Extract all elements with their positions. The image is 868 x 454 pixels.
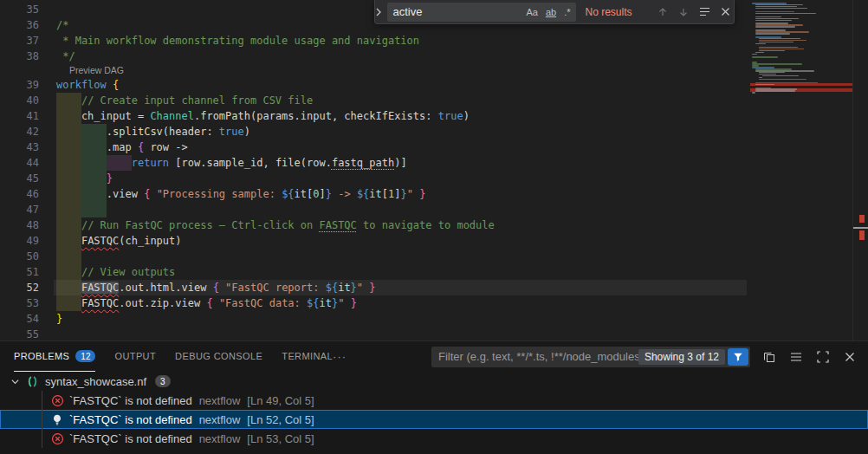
problems-total-badge: 12 bbox=[75, 350, 95, 362]
line-number: 37 bbox=[0, 33, 39, 49]
toggle-replace-chevron-icon[interactable] bbox=[375, 8, 387, 16]
line-number: 49 bbox=[0, 233, 39, 249]
code-line: 46 .view { "Processing sample: ${it[0]} … bbox=[0, 186, 868, 202]
problems-file-row[interactable]: syntax_showcase.nf 3 bbox=[0, 372, 868, 391]
minimap-line bbox=[759, 49, 804, 50]
error-icon bbox=[50, 393, 64, 407]
next-match-arrow-down-icon[interactable] bbox=[675, 3, 692, 22]
code-text: FASTQC(ch_input) bbox=[56, 233, 182, 249]
find-in-selection-icon[interactable] bbox=[696, 3, 713, 22]
vscode-window: 3536/*37 * Main workflow demonstrating m… bbox=[0, 0, 868, 454]
line-number: 44 bbox=[0, 155, 39, 171]
tab-problems[interactable]: PROBLEMS12 bbox=[14, 341, 95, 372]
code-text: ch_input = Channel.fromPath(params.input… bbox=[56, 108, 470, 124]
find-results-status: No results bbox=[585, 6, 651, 18]
whole-word-icon[interactable]: ab bbox=[543, 6, 559, 18]
chevron-down-icon[interactable] bbox=[10, 377, 26, 386]
minimap-line bbox=[755, 90, 795, 92]
problem-row[interactable]: `FASTQC` is not definednextflow[Ln 49, C… bbox=[0, 391, 868, 410]
line-number: 54 bbox=[0, 311, 39, 327]
code-line: 49 FASTQC(ch_input) bbox=[0, 233, 868, 249]
code-text: .splitCsv(header: true) bbox=[56, 124, 250, 139]
indent-guide-block bbox=[56, 202, 81, 217]
match-case-icon[interactable]: Aa bbox=[523, 6, 540, 18]
line-number: 55 bbox=[0, 327, 39, 340]
problem-source: nextflow bbox=[199, 413, 241, 426]
code-text: // Run FastQC process – Ctrl-click on FA… bbox=[56, 217, 495, 233]
minimap-line bbox=[755, 20, 792, 22]
view-as-list-icon[interactable] bbox=[788, 349, 804, 365]
minimap-line bbox=[755, 18, 799, 20]
problems-count-badge: 3 bbox=[155, 375, 171, 387]
tab-terminal[interactable]: TERMINAL bbox=[282, 341, 333, 372]
maximize-panel-icon[interactable] bbox=[815, 349, 831, 365]
code-line: 41 ch_input = Channel.fromPath(params.in… bbox=[0, 108, 868, 124]
more-actions-icon[interactable]: ··· bbox=[333, 350, 347, 363]
tab-output[interactable]: OUTPUT bbox=[114, 341, 156, 372]
cursor-position-marker bbox=[853, 227, 868, 229]
line-number: 52 bbox=[0, 280, 39, 295]
minimap-line bbox=[755, 84, 774, 86]
problem-message: `FASTQC` is not defined bbox=[69, 413, 192, 426]
line-number: 50 bbox=[0, 249, 39, 264]
tab-debug-console[interactable]: DEBUG CONSOLE bbox=[175, 341, 262, 372]
line-number: 48 bbox=[0, 217, 39, 233]
find-input[interactable] bbox=[392, 5, 521, 18]
scrollbar-overview-ruler[interactable] bbox=[852, 0, 868, 340]
problem-source: nextflow bbox=[199, 394, 241, 407]
editor[interactable]: 3536/*37 * Main workflow demonstrating m… bbox=[0, 0, 868, 340]
filter-funnel-icon[interactable] bbox=[728, 348, 748, 366]
minimap-line bbox=[752, 56, 778, 58]
code-text: return [row.sample_id, file(row.fastq_pa… bbox=[56, 155, 407, 171]
showing-count-badge: Showing 3 of 12 bbox=[638, 349, 725, 365]
line-number: 40 bbox=[0, 93, 39, 108]
minimap-line bbox=[755, 8, 807, 10]
minimap-line bbox=[755, 13, 816, 15]
copy-icon[interactable] bbox=[761, 349, 777, 365]
minimap-line bbox=[762, 75, 799, 77]
minimap-line bbox=[752, 63, 802, 65]
problem-location: [Ln 53, Col 5] bbox=[247, 432, 314, 445]
code-text: * Main workflow demonstrating module usa… bbox=[56, 33, 419, 49]
close-panel-icon[interactable] bbox=[842, 349, 858, 365]
line-number: 36 bbox=[0, 17, 39, 33]
problem-row[interactable]: `FASTQC` is not definednextflow[Ln 53, C… bbox=[0, 429, 868, 448]
code-text: /* bbox=[56, 17, 68, 33]
code-line: 54} bbox=[0, 311, 868, 327]
minimap-line bbox=[759, 47, 798, 49]
codelens-preview-dag[interactable]: Preview DAG bbox=[69, 64, 124, 76]
code-lines: 3536/*37 * Main workflow demonstrating m… bbox=[0, 0, 868, 340]
previous-match-arrow-up-icon[interactable] bbox=[654, 3, 671, 22]
find-widget: Aa ab .* No results bbox=[374, 0, 735, 24]
problem-rows: `FASTQC` is not definednextflow[Ln 49, C… bbox=[0, 391, 868, 448]
code-line: 45 } bbox=[0, 171, 868, 186]
code-text: .map { row -> bbox=[56, 139, 188, 155]
problems-file-name: syntax_showcase.nf bbox=[45, 375, 146, 388]
minimap-line bbox=[752, 54, 757, 55]
problem-row[interactable]: `FASTQC` is not definednextflow[Ln 52, C… bbox=[0, 410, 868, 429]
error-marker bbox=[859, 230, 865, 240]
line-number: 39 bbox=[0, 77, 39, 93]
problem-location: [Ln 49, Col 5] bbox=[247, 394, 314, 407]
close-find-icon[interactable] bbox=[716, 3, 734, 22]
problems-filter-box: Filter (e.g. text, **/*.ts, !**/node_mod… bbox=[431, 347, 750, 367]
problem-location: [Ln 52, Col 5] bbox=[247, 413, 314, 426]
bottom-panel: PROBLEMS12OUTPUTDEBUG CONSOLETERMINAL ··… bbox=[0, 340, 868, 454]
error-marker bbox=[859, 215, 865, 223]
panel-tabs: PROBLEMS12OUTPUTDEBUG CONSOLETERMINAL bbox=[14, 341, 333, 372]
regex-icon[interactable]: .* bbox=[561, 6, 573, 18]
line-number: 38 bbox=[0, 49, 39, 64]
code-line: 43 .map { row -> bbox=[0, 139, 868, 155]
line-number: 47 bbox=[0, 202, 39, 217]
minimap[interactable] bbox=[750, 0, 852, 340]
filter-input[interactable]: Filter (e.g. text, **/*.ts, !**/node_mod… bbox=[438, 350, 638, 363]
codelens-row: Preview DAG bbox=[0, 64, 868, 77]
line-number: 42 bbox=[0, 124, 39, 139]
code-text: // Create input channel from CSV file bbox=[56, 93, 313, 108]
problem-message: `FASTQC` is not defined bbox=[69, 432, 192, 445]
code-line: 47 bbox=[0, 202, 868, 217]
indent-guide-block bbox=[81, 202, 107, 217]
problems-tree: syntax_showcase.nf 3 `FASTQC` is not def… bbox=[0, 372, 868, 448]
line-number: 53 bbox=[0, 295, 39, 311]
code-text: } bbox=[56, 311, 62, 327]
